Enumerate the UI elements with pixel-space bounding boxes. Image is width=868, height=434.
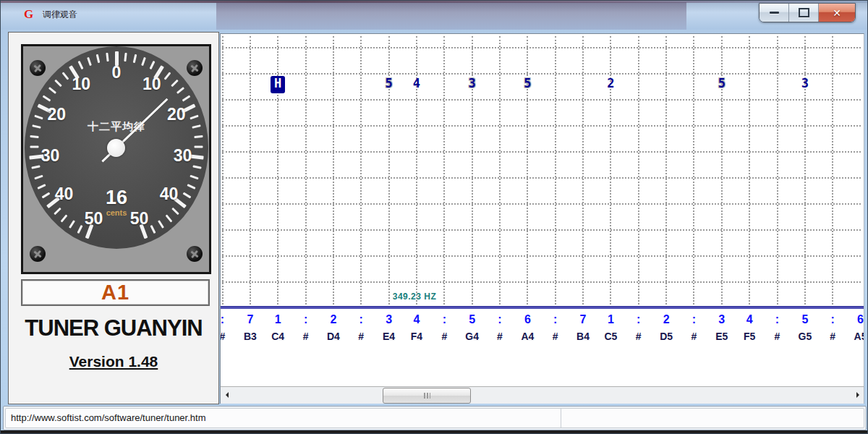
screw-icon [30,246,46,262]
note-column[interactable]: 3E5 [708,313,736,346]
note-column[interactable]: 7B3 [237,313,264,346]
note-column[interactable]: :# [764,313,791,346]
solfege-label: 7 [569,313,597,331]
dial-tick [132,54,137,63]
note-name: B3 [237,331,264,346]
dial-tick [192,165,201,169]
minimize-button[interactable] [760,4,789,22]
status-bar: http://www.softist.com/software/tuner/tu… [3,406,867,430]
grid-area[interactable]: 349.23 HZ H5435253 [221,34,864,306]
dial-scale-label: 40 [151,184,186,204]
grid-line-vertical [665,36,667,305]
note-column[interactable]: 4F5 [736,313,763,346]
titlebar-glass-tint [216,2,686,30]
grid-line-horizontal [222,203,861,205]
grid-line-horizontal [222,73,861,75]
grid-line-horizontal [222,255,861,257]
note-name: F4 [403,331,430,346]
grid-line-vertical [582,36,584,305]
tuner-panel: 十二平均律 16 cents 010102020303040405050 A1 … [8,32,219,404]
screw-icon [187,246,203,262]
maximize-icon [799,8,809,17]
note-column[interactable]: 4F4 [403,313,430,346]
notes-row: :#7B31C4:#2D4:#3E44F4:#5G4:#6A4:#7B41C5:… [221,310,864,383]
dial-tick [176,87,184,94]
app-version-link[interactable]: Version 1.48 [9,353,218,370]
note-column[interactable]: :# [292,313,320,346]
note-column[interactable]: :# [819,313,846,346]
solfege-label: : [486,313,514,331]
note-name: C5 [597,331,624,346]
solfege-label: 6 [847,313,864,331]
scrollbar-thumb[interactable] [383,388,471,404]
dial-tick [34,174,43,179]
dial: 十二平均律 16 cents 010102020303040405050 [25,46,208,249]
tuner-app-window: G 调律观音 ✕ 十二平均律 16 cents 0101020203030404… [0,0,868,434]
note-name: G4 [459,331,486,346]
solfege-label: : [430,313,458,331]
dial-tick [78,61,84,69]
scroll-left-button[interactable] [221,387,232,403]
grid-line-vertical [638,36,639,305]
led-marker: 5 [520,76,535,93]
dial-tick [106,53,109,61]
grid-line-vertical [443,36,445,305]
scroll-right-button[interactable] [852,387,863,403]
solfege-label: 6 [514,313,541,331]
note-column[interactable]: :# [347,313,375,346]
note-name: # [430,331,458,346]
note-column[interactable]: 2D5 [652,313,680,346]
scrollbar-grip-icon [424,393,430,399]
dial-tick [31,165,40,169]
note-column[interactable]: 1C4 [264,313,292,346]
dial-scale-label: 30 [33,146,68,166]
note-column[interactable]: 2D4 [320,313,347,346]
note-name: # [764,331,791,346]
current-note-display: A1 [21,279,210,306]
led-marker: 3 [798,76,812,93]
dial-scale-label: 50 [77,209,111,229]
note-column[interactable]: :# [542,313,569,346]
note-column[interactable]: :# [625,313,652,346]
note-column[interactable]: 7B4 [569,313,597,346]
close-button[interactable]: ✕ [819,4,855,22]
led-marker: 4 [409,76,424,93]
note-column[interactable]: :# [680,313,707,346]
note-column[interactable]: :# [430,313,458,346]
screw-icon [187,60,203,76]
grid-line-vertical [222,36,224,305]
led-marker: H [271,76,285,93]
dial-tick [87,57,92,66]
needle-hub-icon [107,139,125,157]
solfege-label: 2 [652,313,680,331]
note-column[interactable]: 5G5 [791,313,819,346]
maximize-button[interactable] [789,4,819,22]
note-column[interactable]: 1C5 [597,313,624,346]
note-name: # [680,331,707,346]
solfege-label: : [680,313,707,331]
status-url: http://www.softist.com/software/tuner/tu… [5,408,864,428]
note-column[interactable]: 6A4 [514,313,541,346]
grid-line-horizontal [222,99,861,101]
grid-line-vertical [693,36,694,305]
solfege-label: : [542,313,569,331]
note-name: G5 [791,331,819,346]
note-column[interactable]: :# [221,313,237,346]
solfege-label: 4 [403,313,430,331]
solfege-label: 4 [736,313,763,331]
note-name: F5 [736,331,763,346]
dial-tick [69,220,75,229]
note-column[interactable]: :# [486,313,514,346]
note-column[interactable]: 6A5 [847,313,864,346]
scroll-right-icon [856,392,859,398]
current-note: A1 [101,281,129,305]
solfege-label: 1 [597,313,624,331]
note-column[interactable]: 5G4 [459,313,486,346]
dial-scale-label: 0 [99,63,134,82]
note-column[interactable]: 3E4 [375,313,403,346]
note-name: # [819,331,846,346]
horizontal-scrollbar[interactable] [221,386,864,404]
grid-line-vertical [832,36,833,305]
cents-gauge: 十二平均律 16 cents 010102020303040405050 [21,44,211,274]
titlebar[interactable]: G 调律观音 ✕ [1,1,867,30]
